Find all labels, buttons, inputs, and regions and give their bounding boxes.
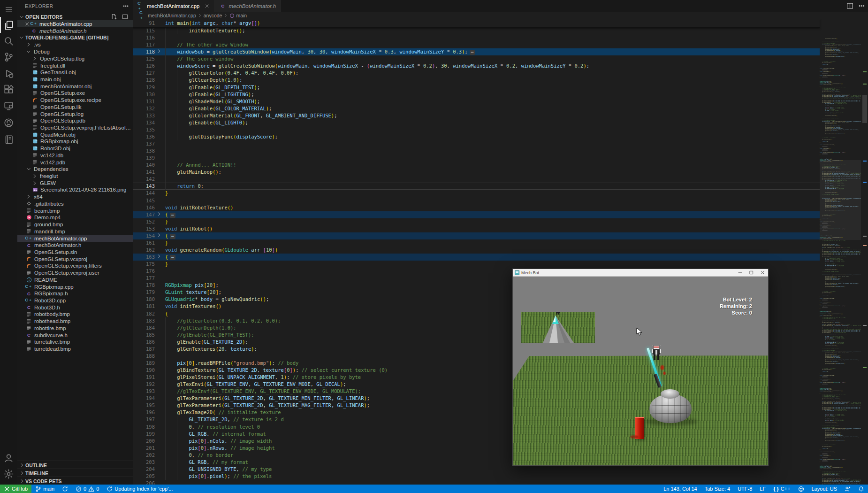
code-line[interactable]: 131glShadeModel(GL_SMOOTH); xyxy=(133,98,820,105)
maximize-icon[interactable] xyxy=(746,269,757,276)
folding-chevron-icon[interactable] xyxy=(156,254,162,259)
code-line[interactable]: 163{⋯ xyxy=(133,254,820,261)
status-encoding[interactable]: UTF-8 xyxy=(734,485,756,493)
breadcrumb[interactable]: C﹢mechBotAnimator.cppanycodemain xyxy=(133,12,868,19)
breadcrumb-item[interactable]: mechBotAnimator.cpp xyxy=(148,13,196,18)
tree-item[interactable]: OpenGLSetup.vcxproj.FileListAbsolute.txt xyxy=(17,124,133,131)
tree-item[interactable]: C﹢RGBpixmap.cpp xyxy=(17,283,133,290)
tree-item[interactable]: freeglut.dll xyxy=(17,62,133,69)
code-line[interactable]: 130glEnable(GL_LIGHTING); xyxy=(133,91,820,98)
tree-item[interactable]: GLEW xyxy=(17,179,133,186)
tree-item[interactable]: OpenGLSetup.exe xyxy=(17,90,133,97)
tree-item[interactable]: OpenGLSetup.tlog xyxy=(17,55,133,62)
tree-item[interactable]: RGBpixmap.obj xyxy=(17,138,133,145)
tree-item[interactable]: CmechBotAnimator.h xyxy=(17,242,133,249)
code-line[interactable]: 117// The other view Window xyxy=(133,41,820,48)
tree-item[interactable]: Dependencies xyxy=(17,166,133,173)
status-indexing[interactable]: Updating Index for 'cpp'... xyxy=(103,485,176,493)
code-line[interactable]: 128glClearDepth(1.0); xyxy=(133,77,820,84)
code-line[interactable]: 205pix[0].pixel); // the pixels xyxy=(133,473,820,480)
minimize-icon[interactable] xyxy=(734,269,746,276)
code-line[interactable]: 206 xyxy=(133,480,820,485)
open-editors-section-header[interactable]: OPEN EDITORS xyxy=(17,13,133,20)
tree-item[interactable]: CRobot3D.h xyxy=(17,304,133,311)
tree-item[interactable]: freeglut xyxy=(17,173,133,180)
folding-chevron-icon[interactable] xyxy=(156,211,162,217)
panel-timeline[interactable]: TIMELINE xyxy=(17,469,133,477)
status-eol[interactable]: LF xyxy=(756,485,769,493)
status-sync[interactable] xyxy=(58,485,72,493)
more-actions-icon[interactable] xyxy=(858,2,865,9)
tree-item[interactable]: C﹢mechBotAnimator.cpp xyxy=(17,235,133,242)
tree-item[interactable]: OpenGLSetup.exe.recipe xyxy=(17,97,133,104)
status-cursor-position[interactable]: Ln 143, Col 14 xyxy=(660,485,701,493)
code-line[interactable]: 147{⋯ xyxy=(133,211,820,218)
code-line[interactable]: 134glEnable(GL_LIGHT0); xyxy=(133,119,820,126)
activity-explorer[interactable] xyxy=(0,17,17,33)
folding-chevron-icon[interactable] xyxy=(156,48,162,54)
status-language-mode[interactable]: { }C++ xyxy=(769,485,794,493)
tree-item[interactable]: OpenGLSetup.vcxproj.user xyxy=(17,270,133,277)
tree-item[interactable]: GeoTransII.obj xyxy=(17,69,133,76)
activity-notebook[interactable] xyxy=(0,131,17,147)
status-branch[interactable]: main xyxy=(31,485,58,493)
code-line[interactable]: 140// Annnd... ACTION!! xyxy=(133,162,820,169)
status-problems[interactable]: 00 xyxy=(72,485,103,493)
panel-vs-code-pets[interactable]: VS CODE PETS xyxy=(17,477,133,485)
tree-item[interactable]: CRGBpixmap.h xyxy=(17,290,133,297)
status-remote-open[interactable] xyxy=(841,485,854,493)
scrollbar-thumb[interactable] xyxy=(862,95,867,123)
code-line[interactable]: 91int main(int argc, char* argv[]) xyxy=(133,19,820,27)
activity-search[interactable] xyxy=(0,33,17,49)
folding-chevron-icon[interactable] xyxy=(156,232,162,238)
tree-item[interactable]: C﹢Robot3D.cpp xyxy=(17,297,133,304)
code-line[interactable]: 153void initRobot() xyxy=(133,225,820,232)
sticky-scroll-line[interactable]: 91int main(int argc, char* argv[]) xyxy=(133,19,820,28)
activity-remote-explorer[interactable] xyxy=(0,98,17,114)
code-line[interactable]: 136glutDisplayFunc(displayScore); xyxy=(133,133,820,140)
overview-ruler[interactable] xyxy=(861,39,868,485)
code-line[interactable]: 144} xyxy=(133,190,820,197)
tree-item[interactable]: turretalive.bmp xyxy=(17,339,133,346)
code-line[interactable]: 146void initRobotTexture() xyxy=(133,204,820,211)
tree-item[interactable]: mechBotAnimator.obj xyxy=(17,83,133,90)
tree-item[interactable]: QuadMesh.obj xyxy=(17,131,133,138)
tree-item[interactable]: vc142.idb xyxy=(17,152,133,159)
tree-item[interactable]: Demo.mp4 xyxy=(17,214,133,221)
status-notifications[interactable] xyxy=(854,485,868,493)
code-line[interactable]: 154{⋯ xyxy=(133,232,820,239)
tab-mechBotAnimator.h[interactable]: CmechBotAnimator.h xyxy=(215,0,282,12)
close-icon[interactable] xyxy=(757,269,768,276)
tree-item[interactable]: Screenshot 2021-09-26 211616.png xyxy=(17,186,133,193)
tree-item[interactable]: OpenGLSetup.log xyxy=(17,110,133,117)
tree-item[interactable]: OpenGLSetup.ilk xyxy=(17,103,133,110)
status-indentation[interactable]: Tab Size: 4 xyxy=(701,485,734,493)
panel-outline[interactable]: OUTLINE xyxy=(17,461,133,469)
views-and-more-actions-icon[interactable] xyxy=(122,3,129,9)
code-line[interactable]: 137 xyxy=(133,140,820,147)
close-icon[interactable] xyxy=(204,3,210,9)
code-line[interactable]: 162void generateRandom(GLdouble arr [10]… xyxy=(133,246,820,254)
split-editor-icon[interactable] xyxy=(846,2,853,9)
status-feedback[interactable] xyxy=(794,485,808,493)
code-line[interactable]: 127glClearColor(0.4F, 0.4F, 0.4F, 0.0F); xyxy=(133,69,820,77)
code-line[interactable]: 132glEnable(GL_COLOR_MATERIAL); xyxy=(133,105,820,112)
open-editor-item[interactable]: CmechBotAnimator.h xyxy=(17,27,133,34)
status-keyboard-layout[interactable]: Layout: US xyxy=(808,485,841,493)
code-line[interactable]: 126windowScore = glutCreateSubWindow(win… xyxy=(133,62,820,69)
new-untitled-file-icon[interactable] xyxy=(111,14,117,20)
tree-item[interactable]: .vs xyxy=(17,41,133,48)
tree-item[interactable]: robotbody.bmp xyxy=(17,311,133,318)
tree-item[interactable]: README xyxy=(17,276,133,283)
code-line[interactable]: 145 xyxy=(133,197,820,204)
code-line[interactable]: 118windowSub = glutCreateSubWindow(windo… xyxy=(133,48,820,55)
minimap[interactable]: initRobotTexture(); // The other view Wi… xyxy=(820,39,861,485)
code-line[interactable]: 141glutMainLoop(); xyxy=(133,169,820,176)
editor-layout-icon[interactable] xyxy=(122,14,128,20)
tree-item[interactable]: vc142.pdb xyxy=(17,159,133,166)
activity-github[interactable] xyxy=(0,115,17,131)
tree-item[interactable]: OpenGLSetup.vcxproj xyxy=(17,255,133,262)
game-window-title-bar[interactable]: Mech Bot xyxy=(513,269,768,277)
code-line[interactable]: 161} xyxy=(133,239,820,246)
activity-source-control[interactable] xyxy=(0,49,17,65)
